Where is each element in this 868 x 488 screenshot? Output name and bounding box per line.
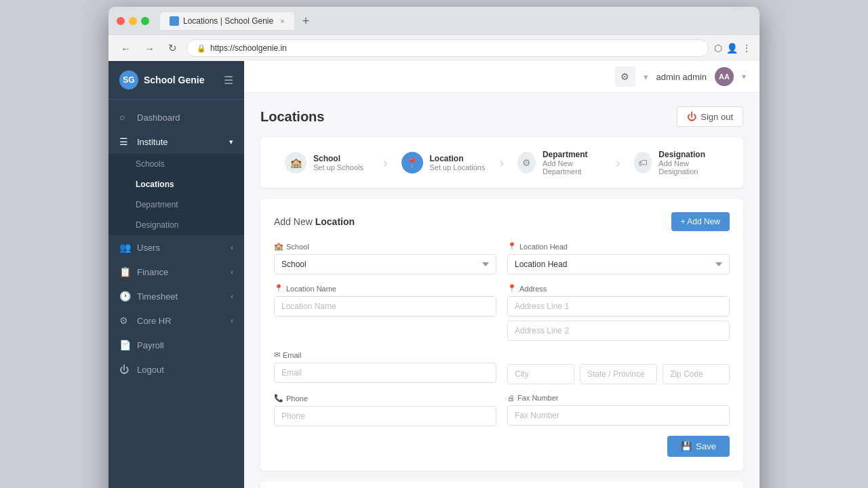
sidebar-label-payroll: Payroll	[137, 340, 164, 350]
form-actions: 💾 Save	[274, 436, 730, 457]
sidebar-label-timesheet: Timesheet	[137, 291, 178, 302]
add-tab-button[interactable]: +	[302, 14, 310, 28]
back-button[interactable]: ←	[117, 41, 135, 56]
location-name-input[interactable]	[274, 296, 496, 317]
sidebar-item-core-hr[interactable]: ⚙ Core HR ‹	[108, 308, 244, 333]
sidebar-item-logout[interactable]: ⏻ Logout	[108, 357, 244, 382]
page-title: Locations	[260, 109, 324, 125]
main-content: Locations ⏻ Sign out 🏫 School Set up	[244, 93, 760, 488]
address-line1-input[interactable]	[507, 296, 730, 317]
sidebar-label-finance: Finance	[137, 267, 168, 277]
add-location-form: Add New Location + Add New 🏫 S	[260, 199, 743, 470]
sidebar-label-dashboard: Dashboard	[137, 113, 180, 123]
sidebar: SG School Genie ☰ ○ Dashboard ☰ Institut…	[108, 61, 244, 488]
finance-icon: 📋	[119, 266, 130, 277]
school-label: 🏫 School	[274, 242, 496, 251]
user-info: admin admin	[656, 72, 707, 82]
settings-gear[interactable]: ⚙	[615, 66, 635, 87]
step-school[interactable]: 🏫 School Set up Schools	[271, 148, 384, 178]
logout-icon: ⏻	[119, 364, 130, 375]
institute-arrow: ▾	[229, 138, 233, 146]
sign-out-button[interactable]: ⏻ Sign out	[677, 106, 743, 127]
location-step-title: Location	[430, 154, 486, 163]
form-row-3: ✉ Email	[274, 350, 730, 384]
designation-step-sub: Add New Designation	[658, 159, 719, 176]
reload-button[interactable]: ↻	[164, 40, 181, 56]
sidebar-item-payroll[interactable]: 📄 Payroll	[108, 333, 244, 357]
timesheet-icon: 🕐	[119, 291, 130, 302]
add-new-button[interactable]: + Add New	[671, 212, 730, 231]
close-window-dot[interactable]	[117, 17, 125, 25]
email-input[interactable]	[274, 363, 496, 383]
city-state-zip-group	[507, 350, 730, 384]
designation-step-icon: 🏷	[634, 152, 652, 174]
address-line2-input[interactable]	[507, 321, 730, 341]
sidebar-item-department[interactable]: Department	[108, 195, 244, 215]
step-department[interactable]: ⚙ Department Add New Department	[504, 146, 616, 180]
list-locations-card: List All Locations Show 10 25 50 100	[260, 481, 743, 488]
sidebar-item-schools[interactable]: Schools	[108, 154, 244, 174]
state-input[interactable]	[580, 364, 657, 384]
step-designation[interactable]: 🏷 Designation Add New Designation	[620, 146, 733, 180]
sidebar-item-locations[interactable]: Locations	[108, 174, 244, 195]
zip-input[interactable]	[663, 364, 730, 384]
browser-tab[interactable]: Locations | School Genie ×	[160, 12, 294, 30]
sidebar-header: SG School Genie ☰	[108, 61, 244, 100]
phone-input[interactable]	[274, 406, 496, 426]
save-button[interactable]: 💾 Save	[667, 436, 730, 457]
fax-label: 🖨 Fax Number	[507, 394, 730, 402]
form-card-title: Add New Location	[274, 216, 355, 227]
sidebar-label-logout: Logout	[137, 365, 164, 375]
location-name-label: 📍 Location Name	[274, 284, 496, 293]
form-row-4: 📞 Phone 🖨 Fax Number	[274, 394, 730, 426]
sidebar-item-finance[interactable]: 📋 Finance ‹	[108, 260, 244, 284]
address-bar[interactable]: 🔒 https://schoolgenie.in	[186, 39, 709, 57]
department-step-icon: ⚙	[517, 152, 536, 174]
sidebar-item-designation[interactable]: Designation	[108, 215, 244, 235]
core-hr-icon: ⚙	[119, 315, 130, 326]
address-field-group: 📍 Address	[507, 284, 730, 341]
phone-icon: 📞	[274, 394, 283, 403]
user-dropdown-arrow[interactable]: ▾	[742, 72, 746, 81]
sidebar-item-institute[interactable]: ☰ Institute ▾	[108, 129, 244, 154]
school-step-icon: 🏫	[285, 152, 307, 174]
app-logo: SG	[119, 70, 138, 89]
city-input[interactable]	[507, 364, 574, 384]
address-label-icon: 📍	[507, 284, 517, 293]
phone-label: 📞 Phone	[274, 394, 496, 403]
username-label: admin admin	[656, 72, 707, 82]
location-head-select[interactable]: Location Head	[507, 254, 730, 274]
save-icon: 💾	[681, 441, 692, 451]
phone-field-group: 📞 Phone	[274, 394, 496, 426]
maximize-window-dot[interactable]	[141, 17, 149, 25]
location-name-icon: 📍	[274, 284, 283, 293]
fax-field-group: 🖨 Fax Number	[507, 394, 730, 426]
hamburger-menu[interactable]: ☰	[224, 74, 233, 87]
profile-button[interactable]: 👤	[726, 43, 738, 54]
url-text: https://schoolgenie.in	[210, 43, 287, 53]
minimize-window-dot[interactable]	[129, 17, 137, 25]
sidebar-item-users[interactable]: 👥 Users ‹	[108, 235, 244, 260]
fax-input[interactable]	[507, 405, 730, 426]
menu-button[interactable]: ⋮	[742, 43, 751, 54]
designation-step-title: Designation	[658, 150, 719, 159]
location-head-field-group: 📍 Location Head Location Head	[507, 242, 730, 274]
close-tab-button[interactable]: ×	[280, 17, 284, 25]
email-icon: ✉	[274, 350, 280, 359]
school-step-title: School	[313, 154, 363, 163]
sidebar-item-dashboard[interactable]: ○ Dashboard	[108, 105, 244, 129]
location-step-icon: 📍	[401, 152, 423, 174]
extensions-button[interactable]: ⬡	[714, 43, 722, 54]
school-select[interactable]: School	[274, 254, 496, 274]
steps-bar: 🏫 School Set up Schools › 📍 Location	[260, 138, 743, 188]
sidebar-nav: ○ Dashboard ☰ Institute ▾ Schools Locati…	[108, 100, 244, 387]
forward-button[interactable]: →	[140, 41, 159, 56]
tab-favicon	[170, 16, 179, 26]
school-field-group: 🏫 School School	[274, 242, 496, 274]
step-location[interactable]: 📍 Location Set up Locations	[388, 148, 500, 178]
topbar: ⚙ ▾ admin admin AA ▾	[244, 61, 760, 93]
fax-icon: 🖨	[507, 394, 515, 402]
sidebar-label-institute: Institute	[137, 137, 168, 147]
sidebar-item-timesheet[interactable]: 🕐 Timesheet ‹	[108, 284, 244, 308]
power-icon: ⏻	[687, 111, 696, 122]
